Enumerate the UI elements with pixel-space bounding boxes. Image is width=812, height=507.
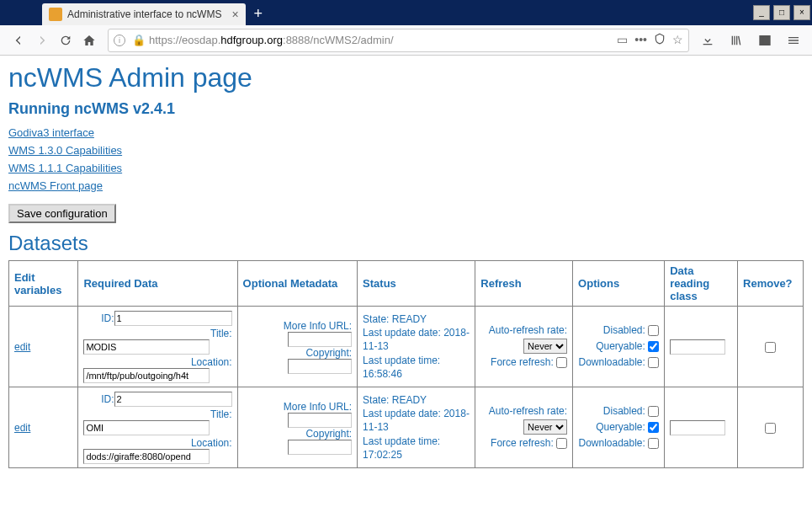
tab-title: Administrative interface to ncWMS: [67, 8, 221, 20]
disabled-label: Disabled:: [603, 324, 645, 336]
queryable-checkbox[interactable]: [648, 422, 659, 433]
id-input[interactable]: [114, 311, 232, 326]
save-configuration-button[interactable]: Save configuration: [8, 204, 116, 223]
page-title: ncWMS Admin page: [8, 62, 804, 93]
disabled-checkbox[interactable]: [648, 325, 659, 336]
header-class: Data reading class: [665, 261, 738, 307]
lock-icon: 🔒: [132, 34, 146, 46]
header-optional: Optional Metadata: [237, 261, 357, 307]
class-input[interactable]: [670, 420, 725, 435]
location-label: Location:: [83, 437, 231, 449]
browser-toolbar: i 🔒 https://eosdap.hdfgroup.org:8888/ncW…: [0, 25, 812, 56]
downloadable-checkbox[interactable]: [648, 357, 659, 368]
header-required: Required Data: [78, 261, 237, 307]
more-info-input[interactable]: [288, 413, 352, 428]
link-wms111[interactable]: WMS 1.1.1 Capabilities: [8, 162, 804, 174]
back-button[interactable]: [7, 29, 30, 52]
disabled-checkbox[interactable]: [648, 406, 659, 417]
bookmark-icon[interactable]: ☆: [672, 33, 683, 47]
table-header-row: Edit variables Required Data Optional Me…: [9, 261, 804, 307]
new-tab-button[interactable]: +: [254, 5, 263, 23]
refresh-select[interactable]: Never: [523, 339, 567, 354]
close-button[interactable]: ×: [793, 5, 810, 20]
auto-refresh-label: Auto-refresh rate:: [489, 405, 567, 417]
header-refresh: Refresh: [475, 261, 573, 307]
force-refresh-checkbox[interactable]: [556, 438, 567, 449]
more-info-label: More Info URL:: [284, 320, 352, 332]
remove-checkbox[interactable]: [765, 423, 776, 434]
menu-button[interactable]: [782, 29, 805, 52]
table-row: edit ID: Title: Location: More Info URL:…: [9, 387, 804, 468]
library-button[interactable]: [724, 29, 748, 52]
id-label: ID:: [101, 312, 114, 324]
status-time: 16:58:46: [363, 368, 402, 380]
tracking-protection-icon[interactable]: [654, 33, 666, 47]
status-time-label: Last update time:: [363, 435, 440, 447]
status-state: State: READY: [363, 393, 470, 407]
link-frontpage[interactable]: ncWMS Front page: [8, 179, 804, 192]
downloads-button[interactable]: [696, 29, 719, 52]
reader-mode-icon[interactable]: ▭: [617, 33, 628, 47]
link-wms130[interactable]: WMS 1.3.0 Capabilities: [8, 144, 804, 157]
copyright-label: Copyright:: [305, 347, 352, 359]
title-input[interactable]: [83, 420, 210, 435]
url-text: https://eosdap.hdfgroup.org:8888/ncWMS2/…: [149, 34, 617, 46]
site-info-icon[interactable]: i: [114, 35, 125, 46]
forward-button[interactable]: [30, 29, 54, 52]
id-input[interactable]: [114, 392, 232, 407]
downloadable-label: Downloadable:: [578, 437, 645, 449]
nav-links: Godiva3 interface WMS 1.3.0 Capabilities…: [8, 126, 804, 192]
downloadable-checkbox[interactable]: [648, 438, 659, 449]
datasets-table: Edit variables Required Data Optional Me…: [8, 260, 804, 468]
more-info-label: More Info URL:: [284, 401, 352, 413]
status-time-label: Last update time:: [363, 355, 440, 366]
reload-button[interactable]: [54, 29, 77, 52]
copyright-input[interactable]: [288, 440, 352, 455]
remove-checkbox[interactable]: [765, 342, 776, 353]
force-refresh-label: Force refresh:: [491, 356, 554, 368]
queryable-label: Queryable:: [596, 340, 645, 352]
page-viewport[interactable]: ncWMS Admin page Running ncWMS v2.4.1 Go…: [0, 56, 812, 507]
title-label: Title:: [83, 408, 231, 420]
link-godiva3[interactable]: Godiva3 interface: [8, 126, 804, 139]
window-titlebar: Administrative interface to ncWMS × + _ …: [0, 0, 812, 25]
edit-link[interactable]: edit: [14, 341, 30, 353]
header-edit: Edit variables: [9, 261, 78, 307]
more-info-input[interactable]: [288, 332, 352, 347]
location-input[interactable]: [83, 368, 210, 383]
queryable-label: Queryable:: [596, 421, 645, 433]
title-label: Title:: [83, 328, 231, 339]
browser-tab[interactable]: Administrative interface to ncWMS ×: [42, 3, 246, 25]
header-options: Options: [573, 261, 665, 307]
url-bar[interactable]: i 🔒 https://eosdap.hdfgroup.org:8888/ncW…: [108, 29, 689, 52]
location-input[interactable]: [83, 449, 210, 464]
auto-refresh-label: Auto-refresh rate:: [489, 324, 567, 336]
disabled-label: Disabled:: [603, 405, 645, 417]
edit-link[interactable]: edit: [14, 422, 30, 434]
sidebar-button[interactable]: [753, 29, 777, 52]
queryable-checkbox[interactable]: [648, 341, 659, 352]
force-refresh-checkbox[interactable]: [556, 357, 567, 368]
class-input[interactable]: [670, 339, 725, 355]
minimize-button[interactable]: _: [753, 5, 770, 20]
home-button[interactable]: [77, 29, 101, 52]
version-heading: Running ncWMS v2.4.1: [8, 100, 804, 118]
refresh-select[interactable]: Never: [523, 419, 567, 435]
header-remove: Remove?: [738, 261, 804, 307]
datasets-heading: Datasets: [8, 232, 804, 255]
copyright-input[interactable]: [288, 359, 352, 374]
location-label: Location:: [83, 356, 231, 368]
status-time: 17:02:25: [363, 449, 402, 461]
window-controls: _ □ ×: [751, 5, 812, 20]
svg-rect-0: [760, 35, 770, 45]
page-actions-icon[interactable]: •••: [634, 33, 647, 47]
maximize-button[interactable]: □: [773, 5, 790, 20]
id-label: ID:: [101, 393, 114, 405]
tab-close-icon[interactable]: ×: [231, 8, 238, 21]
downloadable-label: Downloadable:: [578, 356, 645, 368]
tab-favicon-icon: [49, 8, 62, 21]
force-refresh-label: Force refresh:: [491, 437, 554, 449]
status-date-label: Last update date:: [363, 408, 441, 419]
status-date-label: Last update date:: [363, 327, 441, 339]
title-input[interactable]: [83, 339, 210, 355]
